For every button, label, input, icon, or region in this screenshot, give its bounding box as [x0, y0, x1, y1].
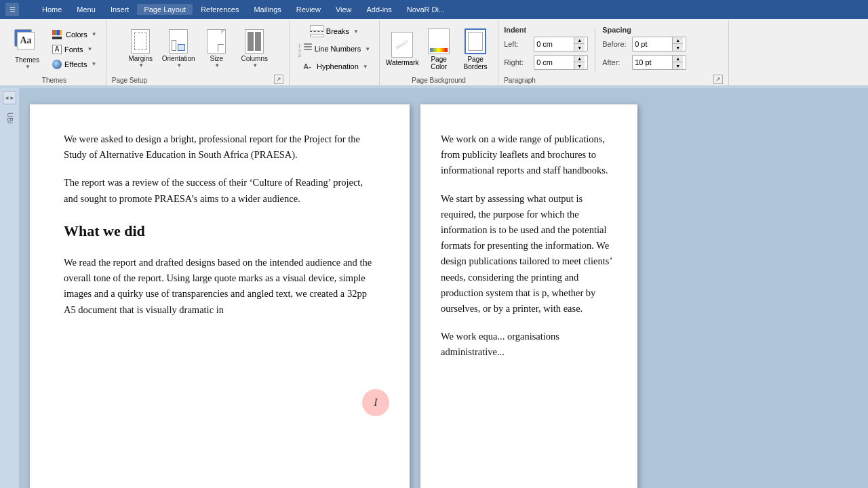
page1-content: We were asked to design a bright, profes… — [64, 131, 376, 318]
indent-right-input[interactable] — [534, 58, 574, 67]
left-sidebar: ◄► UBi — [0, 88, 19, 488]
tab-references[interactable]: References — [194, 4, 245, 15]
tab-insert[interactable]: Insert — [104, 4, 136, 15]
indent-right-up[interactable]: ▲ — [574, 56, 585, 62]
spacing-after-label: After: — [602, 58, 629, 66]
page1-para3: We read the report and drafted designs b… — [64, 255, 376, 318]
page2-content: We work on a wide range of publications,… — [441, 131, 617, 360]
spacing-before-row: Before: ▲ ▼ — [602, 37, 686, 52]
margins-dropdown-arrow: ▼ — [138, 62, 144, 68]
tab-addins[interactable]: Add-ins — [360, 4, 399, 15]
page2-para2: We start by assessing what output is req… — [441, 191, 617, 317]
themes-dropdown-arrow: ▼ — [25, 64, 31, 70]
indent-right-input-wrap: ▲ ▼ — [534, 55, 588, 70]
sidebar-ubi-label: UBi — [6, 113, 14, 123]
page-color-icon — [428, 28, 450, 54]
ribbon: Aa Themes ▼ Colors ▼ — [0, 19, 868, 87]
page-color-button[interactable]: Page Color — [422, 26, 456, 73]
page1-para2: The report was a review of the success o… — [64, 175, 376, 206]
document-container: We were asked to design a bright, profes… — [30, 99, 637, 488]
colors-button[interactable]: Colors ▼ — [49, 28, 100, 41]
spacing-after-row: After: ▲ ▼ — [602, 55, 686, 70]
indent-right-down[interactable]: ▼ — [574, 62, 585, 69]
fonts-icon: A — [52, 45, 62, 54]
spacing-before-spinners: ▲ ▼ — [672, 37, 683, 51]
breaks-buttons: Breaks ▼ 123 Line Numbers ▼ — [295, 23, 374, 83]
page-background-buttons: Watermark Page Color Page Borders — [385, 23, 492, 75]
spacing-label: Spacing — [602, 26, 686, 34]
themes-group-content: Aa Themes ▼ Colors ▼ — [8, 23, 100, 75]
fonts-dropdown-arrow: ▼ — [87, 46, 93, 52]
spacing-after-input[interactable] — [633, 58, 672, 67]
fonts-button[interactable]: A Fonts ▼ — [49, 43, 100, 56]
app-menu-button[interactable]: ☰ — [5, 3, 19, 16]
ribbon-tab-bar: Home Menu Insert Page Layout References … — [35, 4, 452, 15]
landscape-icon — [178, 44, 185, 51]
breaks-icon — [310, 25, 323, 37]
watermark-icon — [391, 32, 413, 58]
indent-left-input[interactable] — [534, 39, 574, 49]
page-setup-expand-button[interactable]: ↗ — [274, 75, 283, 84]
indent-right-label: Right: — [504, 58, 531, 66]
indent-left-row: Left: ▲ ▼ — [504, 37, 588, 52]
hyphenation-dropdown-arrow: ▼ — [363, 64, 368, 70]
document-page-1[interactable]: We were asked to design a bright, profes… — [30, 104, 410, 488]
tab-review[interactable]: Review — [290, 4, 328, 15]
portrait-icon — [172, 40, 176, 51]
margins-button[interactable]: Margins ▼ — [123, 26, 158, 72]
breaks-button[interactable]: Breaks ▼ — [307, 23, 362, 39]
spacing-before-up[interactable]: ▲ — [672, 37, 683, 44]
tab-mailings[interactable]: Mailings — [247, 4, 288, 15]
indent-left-label: Left: — [504, 40, 531, 48]
columns-button[interactable]: Columns ▼ — [237, 26, 272, 72]
themes-button[interactable]: Aa Themes ▼ — [8, 26, 46, 73]
cursor-i-beam: I — [374, 396, 377, 409]
orientation-icon — [169, 29, 188, 54]
watermark-button[interactable]: Watermark — [385, 26, 419, 73]
themes-group-label: Themes — [42, 75, 66, 84]
page2-para1: We work on a wide range of publications,… — [441, 131, 617, 179]
breaks-dropdown-arrow: ▼ — [353, 28, 359, 35]
tab-menu[interactable]: Menu — [70, 4, 102, 15]
page1-heading: What we did — [64, 219, 376, 243]
effects-button[interactable]: Effects ▼ — [49, 58, 100, 71]
columns-dropdown-arrow: ▼ — [252, 62, 258, 68]
page-borders-icon — [465, 28, 486, 54]
spacing-before-input-wrap: ▲ ▼ — [632, 37, 686, 52]
page-background-group: Watermark Page Color Page Borders Page B… — [380, 20, 498, 85]
cursor-indicator: I — [362, 389, 389, 416]
effects-dropdown-arrow: ▼ — [91, 61, 96, 67]
page-borders-button[interactable]: Page Borders — [458, 26, 492, 73]
spacing-before-down[interactable]: ▼ — [672, 44, 683, 51]
margins-icon — [131, 29, 150, 54]
indent-left-up[interactable]: ▲ — [574, 37, 585, 44]
hyphenation-button[interactable]: A- Hyphenation ▼ — [297, 58, 372, 75]
tab-view[interactable]: View — [329, 4, 359, 15]
tab-nova[interactable]: NovaR Di... — [400, 4, 452, 15]
spacing-after-up[interactable]: ▲ — [672, 56, 683, 62]
line-numbers-button[interactable]: 123 Line Numbers ▼ — [295, 41, 374, 57]
spacing-after-down[interactable]: ▼ — [672, 62, 683, 69]
document-page-2[interactable]: We work on a wide range of publications,… — [420, 104, 637, 488]
main-area: We were asked to design a bright, profes… — [19, 88, 868, 488]
themes-small-buttons: Colors ▼ A Fonts ▼ Effects ▼ — [49, 28, 100, 71]
spacing-after-spinners: ▲ ▼ — [672, 56, 683, 69]
app-header: ☰ Home Menu Insert Page Layout Reference… — [0, 0, 868, 19]
spacing-before-input[interactable] — [633, 39, 672, 49]
indent-label: Indent — [504, 26, 588, 34]
sidebar-nav-button[interactable]: ◄► — [3, 91, 16, 104]
paragraph-expand-button[interactable]: ↗ — [713, 75, 723, 84]
tab-page-layout[interactable]: Page Layout — [137, 4, 193, 15]
page-background-group-label: Page Background — [412, 75, 466, 84]
page2-para3: We work equa... organisations administra… — [441, 329, 617, 360]
indent-left-down[interactable]: ▼ — [574, 44, 585, 51]
orientation-button[interactable]: Orientation ▼ — [161, 26, 196, 72]
page1-para1: We were asked to design a bright, profes… — [64, 131, 376, 163]
spacing-before-label: Before: — [602, 40, 629, 48]
effects-icon — [52, 60, 62, 69]
orientation-dropdown-arrow: ▼ — [176, 62, 182, 68]
colors-dropdown-arrow: ▼ — [92, 31, 97, 37]
tab-home[interactable]: Home — [35, 4, 68, 15]
size-button[interactable]: Size ▼ — [199, 26, 234, 72]
hyphenation-icon: A- — [300, 60, 314, 73]
